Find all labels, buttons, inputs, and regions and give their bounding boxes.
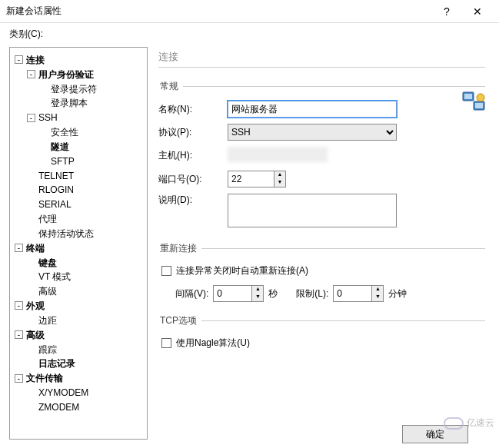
- tree-tunnel[interactable]: 隧道: [51, 141, 69, 152]
- collapse-icon[interactable]: -: [27, 114, 35, 122]
- reconnect-label: 连接异常关闭时自动重新连接(A): [176, 264, 308, 277]
- reconnect-group: 重新连接 连接异常关闭时自动重新连接(A) 间隔(V): ▲▼ 秒 限制(L):…: [158, 242, 485, 302]
- general-legend: 常规: [158, 80, 183, 93]
- tree-terminal-advanced[interactable]: 高级: [38, 286, 57, 297]
- spin-up-icon[interactable]: ▲: [274, 171, 285, 179]
- tree-ssh[interactable]: SSH: [38, 112, 58, 123]
- name-input[interactable]: [228, 101, 397, 118]
- tree-serial[interactable]: SERIAL: [38, 199, 72, 210]
- tree-telnet[interactable]: TELNET: [38, 170, 74, 181]
- spin-down-icon[interactable]: ▼: [372, 294, 383, 301]
- tcp-group: TCP选项 使用Nagle算法(U): [158, 314, 485, 357]
- limit-stepper[interactable]: ▲▼: [333, 285, 384, 302]
- window-title: 新建会话属性: [6, 5, 431, 18]
- titlebar: 新建会话属性 ? ✕: [0, 0, 499, 23]
- desc-input[interactable]: [228, 194, 397, 227]
- protocol-select[interactable]: SSH: [228, 124, 397, 141]
- tree-advanced[interactable]: 高级: [26, 330, 45, 340]
- limit-label: 限制(L):: [296, 287, 328, 300]
- help-button[interactable]: ?: [431, 5, 462, 18]
- nagle-checkbox[interactable]: [161, 338, 171, 348]
- collapse-icon[interactable]: -: [15, 244, 23, 252]
- tree-auth[interactable]: 用户身份验证: [38, 69, 94, 80]
- protocol-label: 协议(P):: [158, 126, 228, 139]
- spin-up-icon[interactable]: ▲: [372, 286, 383, 294]
- tree-rlogin[interactable]: RLOGIN: [38, 184, 74, 195]
- interval-label: 间隔(V):: [175, 287, 208, 300]
- desc-label: 说明(D):: [158, 194, 228, 207]
- tree-security[interactable]: 安全性: [51, 127, 78, 138]
- tree-login-prompt[interactable]: 登录提示符: [51, 83, 97, 94]
- collapse-icon[interactable]: -: [15, 330, 23, 339]
- reconnect-legend: 重新连接: [158, 242, 201, 255]
- collapse-icon[interactable]: -: [15, 301, 23, 310]
- reconnect-checkbox[interactable]: [161, 266, 171, 276]
- port-label: 端口号(O):: [158, 173, 228, 186]
- spin-up-icon[interactable]: ▲: [252, 286, 263, 294]
- spin-down-icon[interactable]: ▼: [252, 294, 263, 301]
- tree-xymodem[interactable]: X/YMODEM: [38, 387, 88, 398]
- tree-vtmode[interactable]: VT 模式: [38, 271, 71, 282]
- tree-zmodem[interactable]: ZMODEM: [38, 402, 79, 413]
- tcp-legend: TCP选项: [158, 314, 201, 327]
- cloud-icon: [444, 417, 464, 430]
- panel-heading: 连接: [158, 50, 485, 67]
- tree-keepalive[interactable]: 保持活动状态: [38, 228, 94, 239]
- tree-filetransfer[interactable]: 文件传输: [26, 373, 63, 383]
- tree-trace[interactable]: 跟踪: [38, 343, 57, 354]
- tree-connection[interactable]: 连接: [26, 55, 45, 65]
- tree-terminal[interactable]: 终端: [26, 243, 45, 254]
- watermark: 亿速云: [444, 416, 494, 430]
- tree-proxy[interactable]: 代理: [38, 214, 57, 224]
- category-label: 类别(C):: [0, 23, 499, 44]
- port-stepper[interactable]: ▲▼: [228, 171, 286, 187]
- interval-unit: 秒: [268, 287, 278, 300]
- collapse-icon[interactable]: -: [27, 70, 35, 78]
- interval-stepper[interactable]: ▲▼: [213, 285, 264, 302]
- collapse-icon[interactable]: -: [15, 55, 23, 64]
- tree-log[interactable]: 日志记录: [38, 358, 75, 369]
- tree-appearance[interactable]: 外观: [26, 300, 45, 311]
- general-group: 常规 名称(N): 协议(P): SSH 主机(H): 端口号(O): ▲▼: [158, 80, 485, 230]
- tree-sftp[interactable]: SFTP: [51, 156, 75, 167]
- close-button[interactable]: ✕: [462, 5, 493, 18]
- content-panel: 连接 常规 名称(N): 协议(P): SSH 主机(H): 端口号(O):: [148, 44, 499, 446]
- host-label: 主机(H):: [158, 149, 228, 162]
- nagle-label: 使用Nagle算法(U): [176, 337, 250, 350]
- limit-unit: 分钟: [388, 287, 407, 300]
- tree-login-script[interactable]: 登录脚本: [51, 98, 88, 108]
- category-tree[interactable]: -连接 -用户身份验证 登录提示符 登录脚本 -SSH 安全性 隧道: [9, 47, 148, 440]
- interval-input[interactable]: [213, 285, 251, 302]
- tree-keyboard[interactable]: 键盘: [38, 257, 57, 267]
- spin-down-icon[interactable]: ▼: [274, 179, 285, 187]
- port-input[interactable]: [228, 171, 274, 187]
- limit-input[interactable]: [333, 285, 371, 302]
- collapse-icon[interactable]: -: [15, 374, 23, 383]
- tree-margin[interactable]: 边距: [38, 315, 57, 326]
- name-label: 名称(N):: [158, 103, 228, 116]
- host-input[interactable]: [228, 147, 328, 162]
